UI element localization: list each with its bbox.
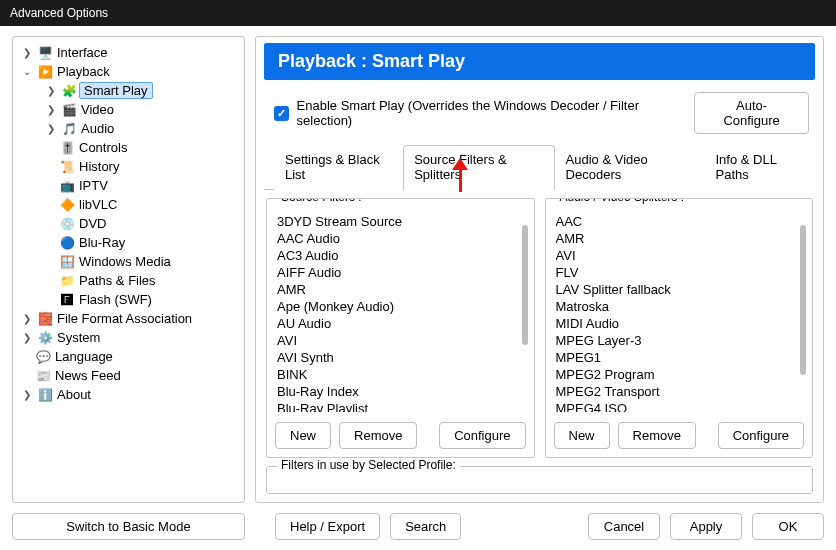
interface-icon: 🖥️ [37,45,53,61]
list-item[interactable]: MPEG Layer-3 [556,332,807,349]
chevron-right-icon: ❯ [45,104,57,115]
chevron-right-icon: ❯ [45,85,57,96]
list-item[interactable]: AVI [556,247,807,264]
tree-item-winmedia[interactable]: 🪟 Windows Media [17,252,240,271]
controls-icon: 🎚️ [59,140,75,156]
tree-item-language[interactable]: 💬 Language [17,347,240,366]
splitter-remove-button[interactable]: Remove [618,422,696,449]
window-title: Advanced Options [10,6,108,20]
tree-item-playback[interactable]: ⌄ ▶️ Playback [17,62,240,81]
vlc-icon: 🔶 [59,197,75,213]
chevron-right-icon: ❯ [21,313,33,324]
tree-item-controls[interactable]: 🎚️ Controls [17,138,240,157]
list-item[interactable]: AAC Audio [277,230,528,247]
smart-play-icon: 🧩 [61,83,77,99]
splitters-group: Audio / Video Splitters : AACAMRAVIFLVLA… [545,198,814,458]
source-filters-title: Source Filters : [277,198,366,204]
chevron-right-icon: ❯ [21,332,33,343]
list-item[interactable]: AMR [556,230,807,247]
nav-tree[interactable]: ❯ 🖥️ Interface ⌄ ▶️ Playback ❯ 🧩 Smart P… [12,36,245,503]
tree-item-video[interactable]: ❯ 🎬 Video [17,100,240,119]
splitters-title: Audio / Video Splitters : [556,198,689,204]
list-item[interactable]: MPEG2 Program [556,366,807,383]
list-item[interactable]: AIFF Audio [277,264,528,281]
splitters-list[interactable]: AACAMRAVIFLVLAV Splitter fallbackMatrosk… [556,213,807,412]
list-item[interactable]: AVI Synth [277,349,528,366]
tree-item-history[interactable]: 📜 History [17,157,240,176]
tree-item-system[interactable]: ❯ ⚙️ System [17,328,240,347]
chevron-down-icon: ⌄ [21,66,33,77]
source-configure-button[interactable]: Configure [439,422,525,449]
list-item[interactable]: 3DYD Stream Source [277,213,528,230]
list-item[interactable]: AU Audio [277,315,528,332]
profile-filters-label: Filters in use by Selected Profile: [277,458,460,472]
playback-icon: ▶️ [37,64,53,80]
list-item[interactable]: BINK [277,366,528,383]
tree-item-dvd[interactable]: 💿 DVD [17,214,240,233]
tabs: Settings & Black List Source Filters & S… [264,144,815,190]
bluray-icon: 🔵 [59,235,75,251]
language-icon: 💬 [35,349,51,365]
tab-source-filters[interactable]: Source Filters & Splitters [403,145,554,190]
source-filters-list[interactable]: 3DYD Stream SourceAAC AudioAC3 AudioAIFF… [277,213,528,412]
page-panel: Playback : Smart Play ✓ Enable Smart Pla… [255,36,824,503]
search-button[interactable]: Search [390,513,461,540]
list-item[interactable]: AVI [277,332,528,349]
ok-button[interactable]: OK [752,513,824,540]
list-item[interactable]: FLV [556,264,807,281]
chevron-right-icon: ❯ [21,389,33,400]
tree-item-paths[interactable]: 📁 Paths & Files [17,271,240,290]
source-filters-group: Source Filters : 3DYD Stream SourceAAC A… [266,198,535,458]
tree-item-libvlc[interactable]: 🔶 libVLC [17,195,240,214]
list-item[interactable]: AMR [277,281,528,298]
tab-settings[interactable]: Settings & Black List [274,145,403,190]
tab-decoders[interactable]: Audio & Video Decoders [555,145,705,190]
source-new-button[interactable]: New [275,422,331,449]
video-icon: 🎬 [61,102,77,118]
list-item[interactable]: Blu-Ray Playlist [277,400,528,412]
help-export-button[interactable]: Help / Export [275,513,380,540]
list-item[interactable]: AAC [556,213,807,230]
splitter-new-button[interactable]: New [554,422,610,449]
switch-mode-button[interactable]: Switch to Basic Mode [12,513,245,540]
list-item[interactable]: MPEG4 ISO [556,400,807,412]
list-item[interactable]: Blu-Ray Index [277,383,528,400]
splitter-configure-button[interactable]: Configure [718,422,804,449]
list-item[interactable]: AC3 Audio [277,247,528,264]
list-item[interactable]: MPEG2 Transport [556,383,807,400]
list-item[interactable]: MIDI Audio [556,315,807,332]
rss-icon: 📰 [35,368,51,384]
tree-item-newsfeed[interactable]: 📰 News Feed [17,366,240,385]
cancel-button[interactable]: Cancel [588,513,660,540]
tree-item-flash[interactable]: 🅵 Flash (SWF) [17,290,240,309]
list-item[interactable]: Ape (Monkey Audio) [277,298,528,315]
tree-item-bluray[interactable]: 🔵 Blu-Ray [17,233,240,252]
scrollbar-thumb[interactable] [800,225,806,375]
dialog-buttons: Switch to Basic Mode Help / Export Searc… [12,503,824,540]
window-titlebar: Advanced Options [0,0,836,26]
tree-item-ffa[interactable]: ❯ 🧱 File Format Association [17,309,240,328]
list-item[interactable]: MPEG1 [556,349,807,366]
scrollbar-thumb[interactable] [522,225,528,345]
gear-icon: ⚙️ [37,330,53,346]
audio-icon: 🎵 [61,121,77,137]
profile-filters-group: Filters in use by Selected Profile: [266,466,813,494]
tab-info[interactable]: Info & DLL Paths [705,145,815,190]
iptv-icon: 📺 [59,178,75,194]
enable-smart-play-checkbox[interactable]: ✓ [274,106,289,121]
folder-icon: 📁 [59,273,75,289]
tree-item-interface[interactable]: ❯ 🖥️ Interface [17,43,240,62]
flash-icon: 🅵 [59,292,75,308]
auto-configure-button[interactable]: Auto-Configure [694,92,809,134]
apply-button[interactable]: Apply [670,513,742,540]
chevron-right-icon: ❯ [21,47,33,58]
tree-item-smart-play[interactable]: ❯ 🧩 Smart Play [17,81,240,100]
tree-item-about[interactable]: ❯ ℹ️ About [17,385,240,404]
list-item[interactable]: LAV Splitter fallback [556,281,807,298]
info-icon: ℹ️ [37,387,53,403]
tree-item-audio[interactable]: ❯ 🎵 Audio [17,119,240,138]
tree-item-iptv[interactable]: 📺 IPTV [17,176,240,195]
list-item[interactable]: Matroska [556,298,807,315]
chevron-right-icon: ❯ [45,123,57,134]
source-remove-button[interactable]: Remove [339,422,417,449]
